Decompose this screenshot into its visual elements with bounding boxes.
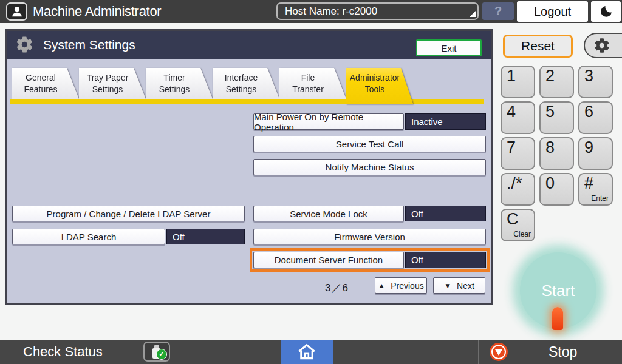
ldap-search-button[interactable]: LDAP Search Off [12, 229, 245, 244]
check-status-label[interactable]: Check Status [23, 340, 103, 364]
energy-saver-button[interactable] [591, 1, 621, 22]
keypad-7[interactable]: 7 [501, 137, 535, 170]
ldap-search-value: Off [166, 229, 245, 244]
tab-timer-settings[interactable]: Timer Settings [146, 68, 213, 99]
firmware-version-button[interactable]: Firmware Version [253, 229, 486, 244]
keypad-8[interactable]: 8 [539, 137, 574, 170]
next-page-button[interactable]: ▼ Next [433, 277, 485, 294]
system-settings-panel: System Settings Exit General Features Tr… [5, 29, 493, 305]
main-power-label: Main Power On by Remote Operation [253, 113, 404, 130]
keypad-enter[interactable]: # Enter [578, 173, 613, 206]
keypad-0[interactable]: 0 [539, 173, 574, 206]
screen: Machine Administrator Host Name: r-c2000… [0, 0, 622, 364]
ldap-search-label: LDAP Search [12, 229, 165, 244]
clear-sub-label: Clear [513, 230, 531, 238]
host-name-dropdown[interactable]: Host Name: r-c2000 [276, 2, 479, 20]
gear-icon [593, 37, 610, 54]
keypad-clear[interactable]: C Clear [501, 209, 535, 241]
keypad-1[interactable]: 1 [501, 66, 535, 98]
bottom-bar: Check Status ✓ Stop [0, 340, 622, 364]
host-name-value: Host Name: r-c2000 [285, 5, 377, 17]
tab-general-features[interactable]: General Features [12, 68, 79, 99]
top-bar: Machine Administrator Host Name: r-c2000… [0, 0, 622, 23]
start-label: Start [542, 281, 575, 300]
service-test-call-button[interactable]: Service Test Call [253, 136, 486, 152]
start-indicator-light [552, 307, 563, 330]
previous-page-button[interactable]: ▲ Previous [375, 277, 427, 294]
service-mode-lock-value: Off [405, 206, 486, 221]
service-mode-lock-label: Service Mode Lock [253, 206, 404, 221]
person-icon [10, 5, 24, 18]
panel-title: System Settings [43, 31, 135, 59]
tab-file-transfer[interactable]: File Transfer [279, 68, 346, 99]
dropdown-corner-icon [470, 11, 476, 17]
enter-sub-label: Enter [591, 194, 609, 203]
keypad-4[interactable]: 4 [501, 101, 535, 134]
keypad-6[interactable]: 6 [578, 101, 613, 134]
divider [478, 340, 479, 364]
home-icon [296, 342, 317, 362]
keypad-dot-star[interactable]: ./* [501, 173, 535, 206]
settings-gear-icon [15, 35, 34, 56]
divider [140, 340, 140, 364]
stop-label[interactable]: Stop [549, 340, 577, 364]
main-power-remote-operation-button[interactable]: Main Power On by Remote Operation Inacti… [253, 113, 486, 130]
logged-in-user-label: Machine Administrator [33, 0, 161, 23]
document-server-function-label: Document Server Function [253, 252, 404, 268]
status-ok-icon: ✓ [156, 349, 167, 360]
tab-tray-paper-settings[interactable]: Tray Paper Settings [79, 68, 146, 99]
moon-icon [599, 4, 613, 19]
ldap-server-button[interactable]: Program / Change / Delete LDAP Server [12, 206, 245, 221]
document-server-function-button[interactable]: Document Server Function Off [253, 252, 486, 268]
next-label: Next [457, 281, 474, 291]
logout-button[interactable]: Logout [517, 1, 588, 22]
help-button[interactable]: ? [482, 2, 514, 20]
panel-header: System Settings Exit [7, 31, 491, 59]
tab-interface-settings[interactable]: Interface Settings [213, 68, 279, 99]
reset-button[interactable]: Reset [503, 35, 573, 58]
device-status-button[interactable]: ✓ [143, 342, 170, 362]
tab-administrator-tools[interactable]: Administrator Tools [346, 68, 413, 104]
keypad-9[interactable]: 9 [578, 137, 613, 170]
main-power-value: Inactive [405, 113, 486, 130]
keypad-5[interactable]: 5 [539, 101, 574, 134]
notify-machine-status-button[interactable]: Notify Machine Status [253, 159, 486, 175]
keypad-3[interactable]: 3 [578, 66, 613, 98]
service-mode-lock-button[interactable]: Service Mode Lock Off [253, 206, 486, 221]
down-triangle-icon: ▼ [444, 281, 451, 290]
exit-button[interactable]: Exit [416, 39, 482, 56]
stop-icon[interactable] [490, 343, 508, 361]
document-server-function-value: Off [405, 252, 486, 268]
user-avatar-icon[interactable] [6, 2, 27, 21]
page-indicator: 3／6 [325, 281, 349, 295]
previous-label: Previous [391, 281, 423, 291]
settings-pill-button[interactable] [584, 33, 622, 58]
home-button[interactable] [281, 340, 333, 364]
keypad-2[interactable]: 2 [539, 66, 574, 98]
up-triangle-icon: ▲ [378, 281, 385, 290]
